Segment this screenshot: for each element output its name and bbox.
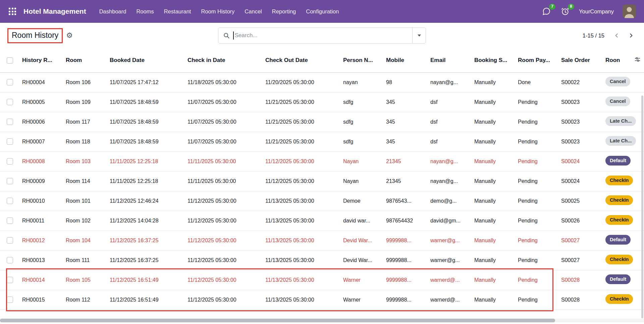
cell-source[interactable]: Manually [471,92,515,112]
cell-ref[interactable]: RH00007 [19,132,62,151]
cell-checkin[interactable]: 11/11/2025 05:30:00 [184,171,262,191]
cell-payment[interactable]: Pending [515,290,558,310]
cell-checkout[interactable]: 11/13/2025 05:30:00 [262,290,340,310]
table-row[interactable]: RH00009Room 11411/11/2025 12:25:1811/11/… [0,171,644,191]
cell-checkin[interactable]: 11/12/2025 05:30:00 [184,270,262,290]
cell-status[interactable]: Late Ch... [602,132,644,151]
column-header-sale-order[interactable]: Sale Order [558,48,602,72]
column-header-roon[interactable]: Roon [602,48,644,72]
company-menu[interactable]: YourCompany [579,8,614,15]
cell-checkout[interactable]: 11/13/2025 05:30:00 [262,250,340,270]
cell-status[interactable]: Cancel [602,92,644,112]
cell-status[interactable]: Cancel [602,72,644,92]
cell-ref[interactable]: RH00011 [19,211,62,231]
cell-email[interactable]: nayan@g... [427,171,471,191]
cell-person[interactable]: sdfg [340,132,383,151]
cell-ref[interactable]: RH00014 [19,270,62,290]
cell-payment[interactable]: Pending [515,151,558,171]
activities-button[interactable]: 8 [560,6,570,16]
cell-room[interactable]: Room 102 [62,211,106,231]
cell-booked[interactable]: 11/07/2025 18:48:59 [106,112,184,132]
cell-email[interactable]: warner@g... [427,231,471,250]
cell-mobile[interactable]: 345 [383,112,427,132]
cell-payment[interactable]: Pending [515,92,558,112]
cell-source[interactable]: Manually [471,231,515,250]
row-checkbox[interactable] [7,198,13,204]
cell-checkin[interactable]: 11/12/2025 05:30:00 [184,231,262,250]
cell-email[interactable]: dsf [427,92,471,112]
row-checkbox[interactable] [7,79,13,85]
cell-booked[interactable]: 11/12/2025 16:51:49 [106,290,184,310]
cell-source[interactable]: Manually [471,171,515,191]
cell-payment[interactable]: Done [515,72,558,92]
cell-status[interactable]: Default [602,270,644,290]
cell-status[interactable]: CheckIn [602,290,644,310]
column-header-mobile[interactable]: Mobile [383,48,427,72]
cell-order[interactable]: S00028 [558,290,602,310]
pager-previous-button[interactable] [611,30,623,41]
table-row[interactable]: RH00004Room 10611/07/2025 17:47:1211/18/… [0,72,644,92]
cell-checkout[interactable]: 11/20/2025 05:30:00 [262,72,340,92]
cell-payment[interactable]: Pending [515,270,558,290]
cell-booked[interactable]: 11/11/2025 12:25:18 [106,151,184,171]
cell-room[interactable]: Room 105 [62,270,106,290]
cell-payment[interactable]: Pending [515,171,558,191]
cell-checkout[interactable]: 11/13/2025 05:30:00 [262,191,340,211]
cell-booked[interactable]: 11/07/2025 18:48:59 [106,92,184,112]
cell-person[interactable]: Warner [340,290,383,310]
cell-room[interactable]: Room 104 [62,231,106,250]
cell-checkout[interactable]: 11/21/2025 05:30:00 [262,92,340,112]
cell-order[interactable]: S00027 [558,231,602,250]
cell-email[interactable]: nayan@g... [427,72,471,92]
vertical-scrollbar-thumb[interactable] [641,95,643,318]
cell-ref[interactable]: RH00015 [19,290,62,310]
row-checkbox[interactable] [7,297,13,303]
cell-booked[interactable]: 11/07/2025 18:48:59 [106,132,184,151]
cell-person[interactable]: Devid War... [340,231,383,250]
cell-status[interactable]: Default [602,151,644,171]
cell-source[interactable]: Manually [471,270,515,290]
cell-mobile[interactable]: 21345 [383,171,427,191]
cell-status[interactable]: CheckIn [602,191,644,211]
cell-mobile[interactable]: 9999988... [383,270,427,290]
cell-email[interactable]: dsf [427,112,471,132]
cell-status[interactable]: CheckIn [602,171,644,191]
cell-booked[interactable]: 11/11/2025 12:25:18 [106,171,184,191]
cell-checkin[interactable]: 11/11/2025 05:30:00 [184,151,262,171]
horizontal-scrollbar-thumb[interactable] [0,319,555,322]
cell-mobile[interactable]: 345 [383,92,427,112]
cell-source[interactable]: Manually [471,191,515,211]
cell-checkin[interactable]: 11/12/2025 05:30:00 [184,290,262,310]
cell-booked[interactable]: 11/12/2025 16:51:49 [106,270,184,290]
cell-room[interactable]: Room 111 [62,250,106,270]
table-row[interactable]: RH00012Room 10411/12/2025 16:37:2511/12/… [0,231,644,250]
table-row[interactable]: RH00008Room 10311/11/2025 12:25:1811/11/… [0,151,644,171]
cell-order[interactable]: S00024 [558,171,602,191]
cell-checkout[interactable]: 11/21/2025 05:30:00 [262,112,340,132]
row-checkbox[interactable] [7,158,13,165]
cell-order[interactable]: S00022 [558,72,602,92]
cell-source[interactable]: Manually [471,250,515,270]
column-header-person-n[interactable]: Person N... [340,48,383,72]
cell-person[interactable]: sdfg [340,92,383,112]
row-checkbox[interactable] [7,178,13,184]
cell-checkin[interactable]: 11/07/2025 05:30:00 [184,132,262,151]
cell-email[interactable]: demo@g... [427,191,471,211]
table-row[interactable]: RH00013Room 11111/12/2025 16:37:2511/12/… [0,250,644,270]
column-header-room[interactable]: Room [62,48,106,72]
cell-source[interactable]: Manually [471,72,515,92]
nav-item-rooms[interactable]: Rooms [131,0,159,23]
cell-person[interactable]: nayan [340,72,383,92]
cell-person[interactable]: Demoe [340,191,383,211]
search-input[interactable] [234,32,413,39]
cell-mobile[interactable]: 345 [383,132,427,151]
column-header-room-pay[interactable]: Room Pay... [515,48,558,72]
cell-person[interactable]: Devid War... [340,250,383,270]
row-checkbox[interactable] [7,237,13,244]
cell-checkin[interactable]: 11/07/2025 05:30:00 [184,112,262,132]
table-row[interactable]: RH00015Room 11211/12/2025 16:51:4911/12/… [0,290,644,310]
column-header-check-out-date[interactable]: Check Out Date [262,48,340,72]
cell-checkin[interactable]: 11/12/2025 05:30:00 [184,250,262,270]
cell-status[interactable]: Default [602,231,644,250]
cell-mobile[interactable]: 9999988... [383,290,427,310]
